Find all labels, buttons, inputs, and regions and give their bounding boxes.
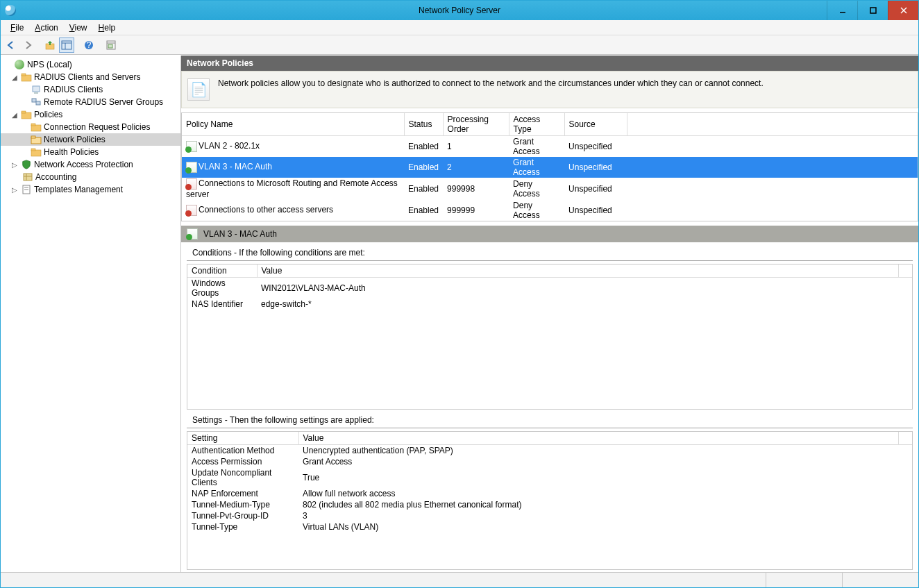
svg-rect-24	[31, 136, 35, 138]
condition-row[interactable]: NAS Identifieredge-switch-*	[187, 299, 912, 310]
svg-text:?: ?	[87, 40, 92, 50]
svg-rect-21	[31, 125, 41, 131]
setting-row[interactable]: Tunnel-TypeVirtual LANs (VLAN)	[187, 521, 912, 532]
tree-accounting[interactable]: Accounting	[1, 171, 180, 183]
status-bar	[1, 572, 918, 587]
condition-row[interactable]: Windows GroupsWIN2012\VLAN3-MAC-Auth	[187, 278, 912, 299]
col-condition[interactable]: Condition	[187, 264, 257, 278]
help-button[interactable]: ?	[81, 37, 96, 53]
svg-rect-15	[33, 86, 40, 92]
policy-table[interactable]: Policy Name Status Processing Order Acce…	[181, 112, 918, 221]
menu-action[interactable]: Action	[29, 22, 63, 34]
policy-row[interactable]: Connections to Microsoft Routing and Rem…	[182, 178, 918, 200]
menu-file[interactable]: File	[5, 22, 29, 34]
tree-remote-radius-groups[interactable]: Remote RADIUS Server Groups	[1, 96, 180, 108]
toolbar: ?	[1, 35, 918, 55]
menu-help[interactable]: Help	[93, 22, 121, 34]
deny-icon	[186, 205, 197, 216]
conditions-label: Conditions - If the following conditions…	[187, 242, 913, 261]
detail-band: VLAN 3 - MAC Auth	[181, 226, 918, 242]
svg-rect-25	[31, 150, 41, 156]
intro-box: 📄 Network policies allow you to designat…	[181, 71, 918, 108]
app-icon	[5, 5, 16, 16]
close-button[interactable]	[888, 1, 918, 20]
policy-row[interactable]: Connections to other access serversEnabl…	[182, 200, 918, 221]
settings-table[interactable]: Setting Value Authentication MethodUnenc…	[187, 431, 913, 570]
back-button[interactable]	[3, 37, 19, 53]
menubar: File Action View Help	[1, 20, 918, 35]
detail-band-label: VLAN 3 - MAC Auth	[203, 229, 277, 239]
svg-rect-16	[34, 92, 38, 94]
svg-rect-20	[22, 111, 26, 113]
up-button[interactable]	[42, 37, 58, 53]
tree-health-policies[interactable]: Health Policies	[1, 146, 180, 158]
col-access[interactable]: Access Type	[509, 113, 564, 136]
svg-rect-13	[22, 75, 31, 81]
svg-rect-19	[22, 112, 31, 119]
svg-rect-1	[870, 8, 876, 13]
policy-row[interactable]: VLAN 3 - MAC AuthEnabled2Grant AccessUns…	[182, 157, 918, 178]
tree-nps-root[interactable]: NPS (Local)	[1, 58, 180, 71]
setting-row[interactable]: Tunnel-Medium-Type802 (includes all 802 …	[187, 499, 912, 510]
conditions-table[interactable]: Condition Value Windows GroupsWIN2012\VL…	[187, 264, 913, 410]
tree-radius-clients[interactable]: RADIUS Clients	[1, 83, 180, 96]
minimize-button[interactable]	[827, 1, 857, 20]
col-order[interactable]: Processing Order	[443, 113, 509, 136]
col-set-value[interactable]: Value	[298, 432, 898, 445]
svg-rect-17	[32, 99, 36, 102]
svg-rect-14	[22, 74, 26, 76]
col-status[interactable]: Status	[404, 113, 443, 136]
grant-icon	[186, 162, 197, 173]
grant-icon	[186, 141, 197, 152]
tree-connection-request-policies[interactable]: Connection Request Policies	[1, 121, 180, 133]
tree-templates-management[interactable]: ▷ Templates Management	[1, 183, 180, 196]
svg-rect-18	[36, 101, 40, 105]
deny-icon	[186, 178, 197, 190]
col-cond-value[interactable]: Value	[257, 264, 898, 278]
properties-button[interactable]	[103, 37, 119, 53]
setting-row[interactable]: Access PermissionGrant Access	[187, 456, 912, 467]
svg-rect-27	[24, 174, 32, 180]
setting-row[interactable]: NAP EnforcementAllow full network access	[187, 488, 912, 499]
tree-network-access-protection[interactable]: ▷ Network Access Protection	[1, 158, 180, 171]
forward-button[interactable]	[20, 37, 35, 53]
policy-row[interactable]: VLAN 2 - 802.1xEnabled1Grant AccessUnspe…	[182, 136, 918, 158]
main-panel: Network Policies 📄 Network policies allo…	[181, 56, 918, 572]
settings-label: Settings - Then the following settings a…	[187, 410, 913, 428]
svg-rect-12	[108, 44, 112, 48]
col-source[interactable]: Source	[564, 113, 627, 136]
svg-rect-26	[31, 149, 35, 151]
navigation-tree[interactable]: NPS (Local) ◢ RADIUS Clients and Servers…	[1, 56, 181, 572]
menu-view[interactable]: View	[64, 22, 93, 34]
svg-rect-22	[31, 124, 35, 126]
app-window: Network Policy Server File Action View H…	[0, 0, 919, 588]
col-setting[interactable]: Setting	[187, 432, 298, 445]
policy-intro-icon: 📄	[187, 78, 210, 101]
maximize-button[interactable]	[857, 1, 888, 20]
intro-text: Network policies allow you to designate …	[218, 78, 764, 88]
setting-row[interactable]: Authentication MethodUnencrypted authent…	[187, 445, 912, 457]
main-header: Network Policies	[181, 56, 918, 71]
tree-radius-clients-servers[interactable]: ◢ RADIUS Clients and Servers	[1, 71, 180, 83]
show-hide-pane-button[interactable]	[59, 37, 74, 53]
tree-policies[interactable]: ◢ Policies	[1, 108, 180, 121]
titlebar: Network Policy Server	[1, 1, 918, 20]
svg-rect-5	[62, 41, 71, 49]
col-policy-name[interactable]: Policy Name	[182, 113, 404, 136]
setting-row[interactable]: Update Noncompliant ClientsTrue	[187, 467, 912, 488]
setting-row[interactable]: Tunnel-Pvt-Group-ID3	[187, 510, 912, 521]
tree-network-policies[interactable]: Network Policies	[1, 133, 180, 146]
window-title: Network Policy Server	[1, 6, 918, 15]
